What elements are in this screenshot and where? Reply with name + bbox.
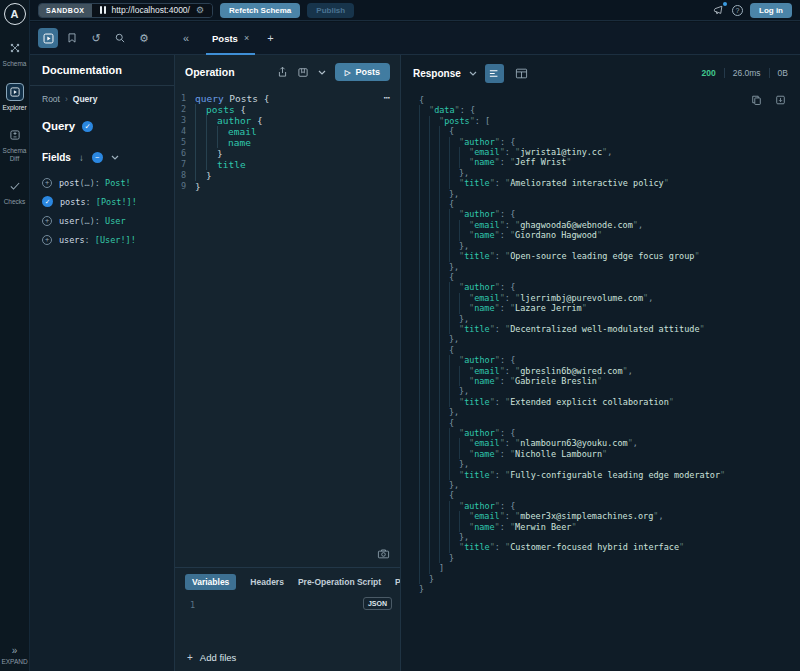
tab-posts[interactable]: Posts × <box>206 22 255 55</box>
deselect-all-icon[interactable]: − <box>92 152 103 163</box>
response-line: "title": "Decentralized well-modulated a… <box>419 324 790 334</box>
fields-chevron-down-icon[interactable] <box>111 155 119 160</box>
search-icon[interactable] <box>110 28 130 48</box>
response-line: { <box>419 272 790 282</box>
endpoint-control: SANDBOX http://localhost:4000/ ⚙ <box>38 3 213 18</box>
endpoint-url-input[interactable]: http://localhost:4000/ <box>112 5 190 15</box>
response-line: "title": "Customer-focused hybrid interf… <box>419 542 790 552</box>
share-icon[interactable] <box>277 66 288 78</box>
response-line: "name": "Lazare Jerrim" <box>419 303 790 313</box>
json-mode-badge[interactable]: JSON <box>363 597 392 610</box>
response-line: "email": "jwrista1@tiny.cc", <box>419 147 790 157</box>
field-item-posts[interactable]: ✓posts: [Post!]! <box>42 192 162 211</box>
editor-menu-kebab-icon[interactable]: ⋯ <box>383 91 390 104</box>
response-line: "name": "Gabriele Breslin" <box>419 376 790 386</box>
run-operation-button[interactable]: ▷ Posts <box>335 63 390 81</box>
fields-heading: Fields <box>42 152 71 163</box>
expand-button[interactable]: » EXPAND <box>0 646 29 666</box>
variables-line-number: 1 <box>175 600 195 610</box>
login-button[interactable]: Log in <box>750 3 792 18</box>
type-title: Query <box>42 120 75 132</box>
field-add-icon[interactable]: + <box>42 216 52 226</box>
operation-panel: Operation ▷ Posts ⋯ 1query Posts {2posts… <box>175 55 401 671</box>
query-editor[interactable]: ⋯ 1query Posts {2posts {3author {4email5… <box>175 89 400 567</box>
response-line: }, <box>419 241 790 251</box>
nav-rail-item-schema-diff[interactable]: Schema Diff <box>0 126 29 162</box>
response-line: }, <box>419 386 790 396</box>
documentation-panel: Documentation Root › Query Query ✓ Field… <box>30 55 175 671</box>
run-operation-label: Posts <box>355 67 380 77</box>
field-item-users[interactable]: +users: [User!]! <box>42 230 162 249</box>
expand-icon: » <box>0 646 29 656</box>
response-line: }, <box>419 262 790 272</box>
add-files-button[interactable]: + Add files <box>175 643 400 671</box>
query-line: 9} <box>175 181 400 192</box>
nav-rail-item-label: Schema Diff <box>0 147 29 162</box>
connection-settings-gear-icon[interactable]: ⚙ <box>196 5 204 15</box>
response-line: }, <box>419 459 790 469</box>
nav-rail-items: Schema Explorer Schema Diff Checks <box>0 39 29 206</box>
field-add-icon[interactable]: + <box>42 235 52 245</box>
response-line: { <box>419 95 790 105</box>
play-icon: ▷ <box>345 68 351 77</box>
footer-tab-post-operation-script[interactable]: Post-Operation Script <box>395 577 400 587</box>
notification-dot <box>723 2 727 6</box>
field-signature: post(…): Post! <box>59 178 131 188</box>
settings-gear-icon[interactable]: ⚙ <box>134 28 154 48</box>
formatted-view-icon[interactable] <box>485 64 504 83</box>
field-signature: users: [User!]! <box>59 235 136 245</box>
footer-tab-headers[interactable]: Headers <box>250 577 284 587</box>
publish-button[interactable]: Publish <box>307 3 354 18</box>
save-to-collection-icon[interactable] <box>297 67 309 78</box>
sort-fields-icon[interactable]: ↓ <box>79 152 84 163</box>
variables-editor[interactable]: 1 JSON <box>175 594 400 643</box>
field-item-user[interactable]: +user(…): User <box>42 211 162 230</box>
breadcrumb-root[interactable]: Root <box>42 94 60 104</box>
response-line: "posts": [ <box>419 116 790 126</box>
saved-operations-icon[interactable] <box>62 28 82 48</box>
response-size: 0B <box>778 68 788 78</box>
download-response-icon[interactable] <box>775 94 786 106</box>
nav-rail-item-schema[interactable]: Schema <box>0 39 29 68</box>
query-line: 8} <box>175 170 400 181</box>
response-line: "email": "ghagwooda6@webnode.com", <box>419 220 790 230</box>
query-line: 5name <box>175 137 400 148</box>
response-line: "email": "nlambourn63@youku.com", <box>419 438 790 448</box>
response-line: "email": "mbeer3x@simplemachines.org", <box>419 511 790 521</box>
run-options-chevron-icon[interactable] <box>318 70 326 75</box>
operation-footer: VariablesHeadersPre-Operation ScriptPost… <box>175 567 400 671</box>
help-icon[interactable]: ? <box>732 5 743 16</box>
footer-tab-variables[interactable]: Variables <box>185 574 236 590</box>
apollo-logo[interactable]: A <box>4 3 26 25</box>
nav-rail-item-label: Explorer <box>2 104 26 112</box>
nav-rail-item-explorer[interactable]: Explorer <box>0 83 29 112</box>
graph-icon <box>100 6 106 14</box>
nav-rail-item-label: Checks <box>4 198 26 206</box>
copy-response-icon[interactable] <box>751 94 762 106</box>
field-selected-check-icon[interactable]: ✓ <box>42 196 53 207</box>
response-line: } <box>419 584 790 594</box>
history-icon[interactable]: ↺ <box>86 28 106 48</box>
field-add-icon[interactable]: + <box>42 178 52 188</box>
nav-rail-item-label: Schema <box>3 60 27 68</box>
response-line: "author": { <box>419 209 790 219</box>
footer-tab-pre-operation-script[interactable]: Pre-Operation Script <box>298 577 381 587</box>
response-line: { <box>419 199 790 209</box>
nav-rail-item-checks[interactable]: Checks <box>0 177 29 206</box>
response-line: { <box>419 418 790 428</box>
announcements-icon[interactable] <box>712 4 725 16</box>
close-tab-icon[interactable]: × <box>244 33 249 43</box>
sandbox-badge[interactable]: SANDBOX <box>39 4 92 17</box>
fields-list: +post(…): Post!✓posts: [Post!]!+user(…):… <box>42 173 162 249</box>
response-line: "author": { <box>419 137 790 147</box>
collapse-panel-icon[interactable]: « <box>176 28 196 48</box>
operations-panel-icon[interactable] <box>38 28 58 48</box>
response-line: } <box>419 553 790 563</box>
query-line: 1query Posts { <box>175 93 400 104</box>
table-view-icon[interactable] <box>512 64 531 83</box>
screenshot-camera-icon[interactable] <box>377 548 390 559</box>
field-item-post[interactable]: +post(…): Post! <box>42 173 162 192</box>
new-tab-icon[interactable]: + <box>267 32 273 44</box>
refetch-schema-button[interactable]: Refetch Schema <box>220 3 300 18</box>
response-chevron-down-icon[interactable] <box>469 71 477 76</box>
